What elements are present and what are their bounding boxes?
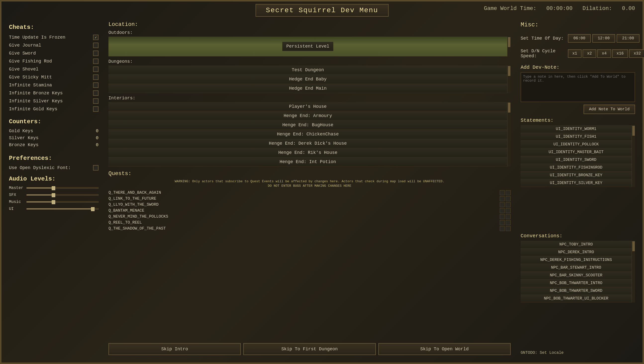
- cheat-checkbox-5[interactable]: [93, 75, 98, 80]
- quest-checkbox-a-4[interactable]: [500, 214, 505, 219]
- cheat-checkbox-6[interactable]: [93, 82, 98, 88]
- dungeons-scrollbar[interactable]: [507, 66, 511, 93]
- dungeon-item[interactable]: Hedge End Baby: [108, 75, 507, 84]
- outdoors-scrollbar[interactable]: [507, 37, 511, 57]
- quest-checkbox-a-1[interactable]: [500, 196, 505, 201]
- speed-btn-x32[interactable]: x32: [629, 49, 644, 58]
- quest-row: Q_THE_SHADOW_OF_THE_PAST: [108, 226, 511, 231]
- interior-item[interactable]: Henge End: BugHouse: [108, 121, 507, 130]
- conversation-item[interactable]: NPC_BOB_THWARTER_SWORD: [520, 287, 632, 295]
- cheat-checkbox-0[interactable]: [93, 35, 98, 40]
- statement-item[interactable]: UI_IDENTITY_SWORD: [520, 156, 632, 164]
- statement-item[interactable]: UI_IDENTITY_FISHINGROD: [520, 164, 632, 172]
- cheat-checkbox-2[interactable]: [93, 51, 98, 56]
- audio-slider-0[interactable]: [26, 187, 98, 189]
- quest-checkbox-b-2[interactable]: [506, 202, 511, 207]
- right-panel: Misc: Set Time Of Day: 06:00 12:00 21:00…: [518, 19, 638, 357]
- statement-item[interactable]: UI_IDENTITY_WORM1: [520, 125, 632, 133]
- dungeon-item[interactable]: Hedge End Main: [108, 84, 507, 93]
- quest-checkbox-a-3[interactable]: [500, 208, 505, 213]
- quest-checkbox-a-5[interactable]: [500, 220, 505, 225]
- statements-scrollbar-thumb: [632, 126, 635, 136]
- interior-item[interactable]: Henge End: Derek Dick's House: [108, 139, 507, 148]
- audio-list: Master SFX Music UI: [9, 186, 98, 211]
- audio-label-2: Music: [9, 200, 24, 204]
- counter-row: Bronze Keys 0: [9, 142, 98, 147]
- time-btn-1200[interactable]: 12:00: [592, 34, 615, 43]
- cheat-checkbox-1[interactable]: [93, 43, 98, 48]
- interiors-subtitle: Interiors:: [108, 96, 511, 101]
- quest-checkbox-b-1[interactable]: [506, 196, 511, 201]
- interior-item[interactable]: Henge End: Rik's House: [108, 148, 507, 157]
- location-item-persistent[interactable]: Persistent Level: [282, 42, 333, 51]
- cheat-row: Infinite Silver Keys: [9, 98, 98, 104]
- conversations-scrollbar[interactable]: [632, 241, 635, 302]
- statements-title: Statements:: [520, 118, 635, 123]
- time-btn-0600[interactable]: 06:00: [568, 34, 591, 43]
- main-content: Cheats: Time Update Is Frozen Give Journ…: [6, 19, 638, 357]
- interior-item[interactable]: Player's House: [108, 102, 507, 111]
- quest-row: Q_THERE_AND_BACK_AGAIN: [108, 190, 511, 195]
- preferences-section: Preferences: Use Open Dyslexic Font:: [9, 155, 98, 171]
- skip-intro-button[interactable]: Skip Intro: [108, 343, 241, 355]
- dungeon-item[interactable]: Test Dungeon: [108, 66, 507, 75]
- time-of-day-buttons: 06:00 12:00 21:00: [568, 34, 640, 43]
- quest-checkbox-b-6[interactable]: [506, 226, 511, 231]
- cycle-speed-buttons: x1 x2 x4 x16 x32 x64: [568, 49, 644, 58]
- conversation-item[interactable]: NPC_BOB_THWARTER_UI_BLOCKER: [520, 295, 632, 302]
- conversation-item[interactable]: NPC_DEREK_FISHING_INSTRUCTIONS: [520, 256, 632, 264]
- speed-btn-x2[interactable]: x2: [582, 49, 596, 58]
- cheats-list: Time Update Is Frozen Give Journal Give …: [9, 34, 98, 112]
- time-btn-2100[interactable]: 21:00: [617, 34, 640, 43]
- quest-checkbox-a-6[interactable]: [500, 226, 505, 231]
- conversation-item[interactable]: NPC_TOBY_INTRO: [520, 241, 632, 248]
- cheat-label-3: Give Fishing Rod: [9, 59, 52, 64]
- quest-row: Q_BANTAM_MENACE: [108, 208, 511, 213]
- speed-btn-x1[interactable]: x1: [568, 49, 582, 58]
- audio-label-1: SFX: [9, 193, 24, 197]
- cycle-speed-row: Set D/N Cycle Speed: x1 x2 x4 x16 x32 x6…: [520, 49, 635, 59]
- statement-item[interactable]: UI_IDENTITY_MASTER_BAIT: [520, 148, 632, 156]
- conversation-item[interactable]: NPC_BAR_STEWART_INTRO: [520, 264, 632, 272]
- skip-to-first-dungeon-button[interactable]: Skip To First Dungeon: [243, 343, 376, 355]
- audio-slider-2[interactable]: [26, 201, 98, 203]
- statements-scrollbar[interactable]: [632, 125, 635, 187]
- quest-checkbox-b-0[interactable]: [506, 190, 511, 195]
- speed-btn-x4[interactable]: x4: [597, 49, 611, 58]
- speed-btn-x16[interactable]: x16: [612, 49, 628, 58]
- conversation-item[interactable]: NPC_DEREK_INTRO: [520, 248, 632, 256]
- conversation-item[interactable]: NPC_BOB_THWARTER_INTRO: [520, 279, 632, 287]
- skip-to-open-world-button[interactable]: Skip To Open World: [378, 343, 511, 355]
- dyslexic-font-checkbox[interactable]: [93, 165, 98, 171]
- statement-item[interactable]: UI_IDENTITY_FISH1: [520, 133, 632, 141]
- interior-item[interactable]: Henge End: ChickenChase: [108, 130, 507, 139]
- quest-checkbox-b-3[interactable]: [506, 208, 511, 213]
- audio-slider-1[interactable]: [26, 194, 98, 196]
- cheat-checkbox-8[interactable]: [93, 98, 98, 104]
- statement-item[interactable]: UI_IDENTITY_SILVER_KEY: [520, 179, 632, 187]
- conversation-item[interactable]: NPC_BAR_SKINNY_SCOOTER: [520, 272, 632, 279]
- cheat-checkbox-4[interactable]: [93, 67, 98, 72]
- audio-slider-3[interactable]: [26, 208, 98, 210]
- time-of-day-row: Set Time Of Day: 06:00 12:00 21:00: [520, 34, 635, 43]
- quest-label-4: Q_NEVER_MIND_THE_POLLOCKS: [108, 214, 168, 219]
- cheat-checkbox-9[interactable]: [93, 106, 98, 112]
- quest-checkbox-a-2[interactable]: [500, 202, 505, 207]
- audio-label-0: Master: [9, 186, 24, 190]
- statement-item[interactable]: UI_IDENTITY_BRONZE_KEY: [520, 172, 632, 179]
- interior-item[interactable]: Henge End: Armoury: [108, 111, 507, 121]
- cheat-checkbox-7[interactable]: [93, 90, 98, 96]
- quest-checkbox-b-4[interactable]: [506, 214, 511, 219]
- dyslexic-font-row: Use Open Dyslexic Font:: [9, 165, 98, 171]
- quest-checkbox-a-0[interactable]: [500, 190, 505, 195]
- statement-item[interactable]: UI_IDENTITY_POLLOCK: [520, 141, 632, 148]
- cheat-label-4: Give Shovel: [9, 67, 38, 72]
- interiors-scrollbar[interactable]: [507, 102, 511, 167]
- interior-item[interactable]: Henge End: Int Potion: [108, 157, 507, 167]
- cheat-label-5: Give Sticky Mitt: [9, 75, 52, 80]
- add-note-to-world-button[interactable]: Add Note To World: [584, 105, 635, 114]
- cheat-checkbox-3[interactable]: [93, 59, 98, 64]
- quest-checkbox-b-5[interactable]: [506, 220, 511, 225]
- dungeons-list: Test DungeonHedge End BabyHedge End Main: [108, 66, 511, 93]
- dev-note-textarea[interactable]: [520, 72, 635, 102]
